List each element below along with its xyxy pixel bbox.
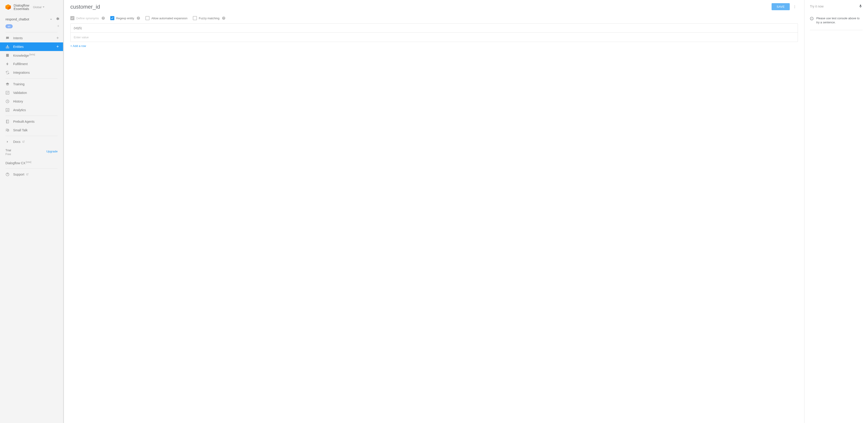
- kebab-icon: [793, 5, 797, 9]
- upgrade-link[interactable]: Upgrade: [46, 148, 58, 153]
- sidebar-item-history[interactable]: History: [0, 97, 63, 106]
- entity-title: customer_id: [70, 4, 772, 10]
- graduation-icon: [5, 82, 9, 86]
- book-icon: [5, 53, 9, 57]
- sidebar-item-cx[interactable]: Dialogflow CX[new]: [0, 159, 63, 167]
- opt-fuzzy-matching[interactable]: Fuzzy matching ?: [193, 16, 225, 20]
- opt-define-synonyms: Define synonyms ?: [70, 16, 105, 20]
- chevron-down-icon: [42, 6, 45, 8]
- help-icon: [5, 172, 9, 176]
- more-options-button[interactable]: [792, 4, 798, 10]
- help-icon[interactable]: ?: [102, 17, 105, 20]
- sitemap-icon: [5, 45, 9, 49]
- chat-bubble-icon: [5, 128, 9, 132]
- chevron-down-icon: [49, 17, 53, 21]
- external-link-icon: [22, 140, 28, 143]
- svg-point-13: [795, 6, 795, 7]
- entity-options: Define synonyms ? Regexp entity ? Allow …: [64, 13, 804, 22]
- sidebar-item-intents[interactable]: Intents: [0, 34, 63, 42]
- checkbox-icon: [193, 16, 197, 20]
- svg-point-12: [795, 5, 795, 6]
- main-header: customer_id SAVE: [64, 0, 804, 13]
- gear-icon[interactable]: [55, 17, 59, 22]
- add-language-button[interactable]: +: [57, 24, 59, 29]
- entity-values-table: (\d){5}: [70, 23, 798, 42]
- try-input-row[interactable]: Try it now: [804, 0, 868, 13]
- chat-icon: [5, 36, 9, 40]
- language-chip[interactable]: en: [5, 24, 13, 28]
- agent-selector[interactable]: respond_chatbot: [0, 14, 63, 22]
- history-icon: [5, 99, 9, 103]
- svg-rect-6: [8, 47, 9, 48]
- checkbox-icon: [70, 16, 74, 20]
- sidebar-item-docs[interactable]: Docs: [0, 137, 63, 146]
- svg-rect-3: [7, 45, 8, 46]
- try-info-message: Please use test console above to try a s…: [810, 16, 863, 25]
- language-row: en +: [0, 22, 63, 31]
- save-button[interactable]: SAVE: [772, 3, 790, 10]
- entity-value-input-row[interactable]: [70, 33, 798, 42]
- chart-icon: [5, 108, 9, 112]
- sidebar-item-fulfillment[interactable]: Fulfillment: [0, 60, 63, 68]
- info-icon: [810, 17, 813, 21]
- dialogflow-logo-icon: [5, 4, 11, 10]
- opt-auto-expansion[interactable]: Allow automated expansion: [146, 16, 187, 20]
- try-placeholder: Try it now: [810, 4, 859, 8]
- sidebar-item-knowledge[interactable]: Knowledge[beta]: [0, 51, 63, 60]
- svg-rect-5: [7, 47, 8, 48]
- bolt-icon: [5, 62, 9, 66]
- sidebar-item-entities[interactable]: Entities: [0, 42, 63, 51]
- sidebar: Dialogflow Essentials Global respond_cha…: [0, 0, 64, 423]
- sync-icon: [5, 70, 9, 75]
- microphone-icon[interactable]: [859, 4, 863, 9]
- add-entity-button[interactable]: [56, 45, 59, 49]
- help-icon[interactable]: ?: [137, 17, 140, 20]
- opt-regexp-entity[interactable]: Regexp entity ?: [110, 16, 140, 20]
- help-icon[interactable]: ?: [222, 17, 225, 20]
- sidebar-item-validation[interactable]: Validation: [0, 89, 63, 97]
- sidebar-item-support[interactable]: Support: [0, 170, 63, 179]
- check-box-icon: [5, 91, 9, 95]
- external-link-icon: [26, 173, 32, 175]
- add-row-link[interactable]: + Add a row: [64, 42, 804, 50]
- entity-value-input[interactable]: [74, 36, 795, 39]
- svg-rect-4: [6, 47, 7, 48]
- sidebar-item-training[interactable]: Training: [0, 80, 63, 89]
- chevron-right-icon: [5, 140, 9, 144]
- sidebar-item-integrations[interactable]: Integrations: [0, 68, 63, 77]
- region-dropdown[interactable]: Global: [33, 5, 45, 9]
- checkbox-icon: [110, 16, 114, 20]
- try-panel: Try it now Please use test console above…: [804, 0, 868, 423]
- svg-point-14: [795, 7, 795, 8]
- entity-value-row[interactable]: (\d){5}: [70, 24, 798, 33]
- sidebar-item-analytics[interactable]: Analytics: [0, 106, 63, 114]
- plan-box: Trial Free Upgrade: [0, 146, 63, 159]
- sidebar-logo: Dialogflow Essentials Global: [0, 0, 63, 14]
- brand-text: Dialogflow Essentials: [13, 4, 29, 10]
- sidebar-item-smalltalk[interactable]: Small Talk: [0, 126, 63, 134]
- checkbox-icon: [146, 16, 150, 20]
- notebook-icon: [5, 120, 9, 124]
- main-content: customer_id SAVE Define synonyms ? Regex…: [64, 0, 804, 423]
- svg-rect-10: [6, 120, 9, 123]
- sidebar-item-prebuilt[interactable]: Prebuilt Agents: [0, 117, 63, 126]
- add-intent-button[interactable]: [56, 36, 59, 40]
